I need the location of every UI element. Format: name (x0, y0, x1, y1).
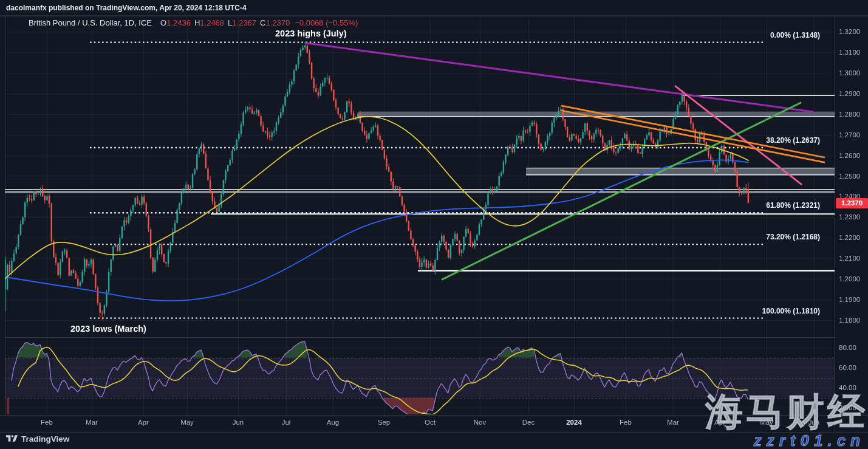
price-axis-label: 1.3200 (839, 28, 860, 35)
price-axis-label: 1.2000 (839, 275, 860, 283)
price-axis-label: 1.2500 (839, 173, 860, 180)
price-axis-label: 1.2300 (839, 213, 860, 221)
time-axis-label-Mar: Mar (667, 419, 679, 426)
tradingview-attribution[interactable]: TradingView (6, 434, 69, 444)
fib-level-label-38.20%: 38.20% (1.2637) (766, 136, 820, 145)
price-axis-label: 1.3100 (839, 49, 860, 56)
time-axis-label-2024: 2024 (566, 419, 582, 426)
price-axis-label: 1.2900 (839, 90, 860, 97)
price-axis-label: 1.2200 (839, 234, 860, 241)
time-axis-label-Jul: Jul (282, 419, 291, 426)
price-axis-label: 1.2800 (839, 111, 860, 118)
time-axis-label-Dec: Dec (522, 419, 535, 426)
time-axis-label-Oct: Oct (425, 419, 436, 426)
price-axis-label: 1.1800 (839, 317, 860, 324)
time-axis-label-Jun: Jun (233, 419, 244, 426)
tradingview-published-chart: dacolmanfx published on TradingView.com,… (0, 0, 868, 449)
tradingview-logo-icon (6, 434, 18, 444)
low-value: 1.2367 (232, 18, 256, 27)
time-axis-label-Nov: Nov (474, 419, 486, 426)
published-bar: dacolmanfx published on TradingView.com,… (0, 0, 868, 16)
published-text: dacolmanfx published on TradingView.com,… (6, 4, 247, 12)
open-label: O (160, 18, 166, 27)
last-price-badge: 1.2370 (836, 198, 868, 208)
tradingview-brand-text: TradingView (21, 434, 69, 444)
annotation-2023-lows[interactable]: 2023 lows (March) (70, 324, 146, 334)
time-axis-label-Feb: Feb (41, 419, 53, 426)
fib-level-label-0.00%: 0.00% (1.3148) (770, 31, 820, 39)
time-axis-label-Mar: Mar (86, 419, 98, 426)
time-axis-label-Sep: Sep (378, 419, 390, 426)
time-axis-label-May: May (180, 419, 194, 426)
price-axis-label: 1.2100 (839, 255, 860, 262)
price-axis-label: 1.2600 (839, 152, 860, 159)
high-label: H (194, 18, 200, 27)
high-value: 1.2468 (200, 18, 224, 27)
symbol-legend[interactable]: British Pound / U.S. Dollar, 1D, ICEO1.2… (29, 18, 358, 27)
open-value: 1.2436 (166, 18, 191, 27)
time-axis-label-Feb: Feb (620, 419, 632, 426)
price-axis-label: 1.2700 (839, 131, 860, 139)
fib-level-label-100.00%: 100.00% (1.1810) (762, 307, 820, 315)
watermark-url: zzrt01.cn (754, 433, 865, 448)
annotation-2023-highs[interactable]: 2023 highs (July) (275, 29, 347, 38)
price-axis-label: 1.3000 (839, 69, 860, 77)
close-value: 1.2370 (265, 18, 290, 27)
watermark-cjk: 海马财经 (705, 393, 868, 431)
symbol-title: British Pound / U.S. Dollar, 1D, ICE (29, 18, 152, 27)
fib-level-label-61.80%: 61.80% (1.2321) (766, 201, 820, 210)
price-axis-label: 1.1900 (839, 296, 860, 303)
chart-plot-area[interactable] (0, 0, 868, 449)
rsi-axis-label: 80.00 (839, 344, 856, 351)
fib-level-label-73.20%: 73.20% (1.2168) (766, 233, 820, 241)
time-axis-label-Apr: Apr (138, 419, 149, 426)
rsi-axis-label: 60.00 (839, 364, 856, 371)
time-axis-label-Aug: Aug (327, 419, 339, 426)
change-value: −0.0068 (−0.55%) (295, 18, 358, 27)
